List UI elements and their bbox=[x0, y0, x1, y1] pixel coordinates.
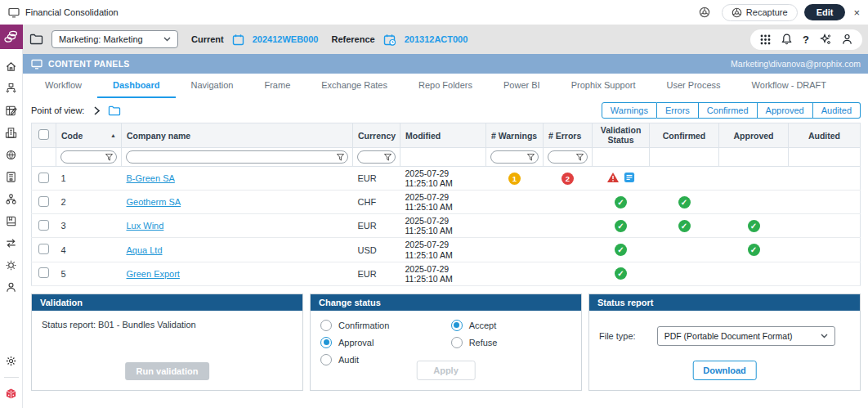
current-label: Current bbox=[191, 34, 224, 44]
tab-navigation[interactable]: Navigation bbox=[176, 74, 249, 98]
tab-power-bi[interactable]: Power BI bbox=[488, 74, 556, 98]
col-errors[interactable]: # Errors bbox=[544, 123, 593, 148]
currency-filter-input[interactable] bbox=[357, 150, 396, 164]
download-button[interactable]: Download bbox=[692, 361, 757, 380]
aperture-icon[interactable] bbox=[699, 7, 710, 18]
sync-icon[interactable] bbox=[5, 232, 17, 254]
exchange-rates-icon[interactable] bbox=[5, 144, 17, 166]
tab-prophix-support[interactable]: Prophix Support bbox=[556, 74, 651, 98]
current-period-link[interactable]: 202412WEB000 bbox=[253, 34, 319, 44]
company-link[interactable]: Lux Wind bbox=[127, 221, 164, 231]
tab-dashboard[interactable]: Dashboard bbox=[97, 74, 175, 98]
file-type-select[interactable]: PDF (Portable Document Format) bbox=[657, 326, 835, 346]
confirmed-check-icon: ✓ bbox=[678, 196, 691, 208]
filter-warnings-button[interactable]: Warnings bbox=[602, 102, 657, 119]
prophix-logo-icon[interactable] bbox=[0, 25, 23, 49]
select-all-checkbox[interactable] bbox=[38, 129, 49, 140]
code-filter-input[interactable] bbox=[60, 150, 117, 164]
warning-count-badge: 1 bbox=[508, 173, 521, 185]
company-link[interactable]: Geotherm SA bbox=[127, 197, 181, 207]
col-currency[interactable]: Currency bbox=[353, 123, 400, 148]
row-checkbox[interactable] bbox=[38, 244, 49, 254]
user-admin-icon[interactable] bbox=[5, 276, 17, 298]
code-cell: 5 bbox=[56, 262, 122, 285]
company-link[interactable]: B-Green SA bbox=[127, 173, 175, 183]
warnings-filter-input[interactable] bbox=[490, 150, 539, 164]
col-code[interactable]: Code▲ bbox=[56, 123, 122, 148]
run-validation-button[interactable]: Run validation bbox=[125, 362, 210, 380]
apps-grid-icon[interactable] bbox=[760, 34, 771, 45]
filter-confirmed-button[interactable]: Confirmed bbox=[699, 102, 758, 119]
funnel-icon bbox=[337, 154, 344, 161]
file-type-value: PDF (Portable Document Format) bbox=[664, 331, 793, 341]
col-confirmed[interactable]: Confirmed bbox=[650, 123, 719, 148]
point-of-view-row: Point of view: Warnings Errors Confirmed… bbox=[23, 98, 868, 123]
col-approved[interactable]: Approved bbox=[719, 123, 789, 148]
col-validation-status[interactable]: Validation Status bbox=[593, 123, 650, 148]
folder-icon[interactable] bbox=[29, 34, 43, 45]
journal-icon[interactable] bbox=[5, 100, 17, 122]
expand-chevron-icon[interactable] bbox=[94, 106, 100, 115]
ai-sparkle-icon[interactable] bbox=[820, 34, 831, 45]
org-chart-icon[interactable] bbox=[5, 188, 17, 210]
modified-cell: 2025-07-29 11:25:10 AM bbox=[400, 167, 486, 191]
row-checkbox[interactable] bbox=[38, 173, 49, 183]
forms-icon[interactable] bbox=[5, 166, 17, 188]
workflow-icon[interactable] bbox=[5, 78, 17, 100]
dimension-selector[interactable]: Marketing: Marketing bbox=[51, 30, 178, 48]
validation-ok-icon: ✓ bbox=[615, 220, 627, 232]
reference-period-link[interactable]: 201312ACT000 bbox=[405, 34, 468, 44]
errors-filter-input[interactable] bbox=[548, 150, 588, 164]
tab-workflow[interactable]: Workflow bbox=[29, 74, 97, 98]
radio-selected-icon bbox=[320, 337, 332, 348]
tab-frame[interactable]: Frame bbox=[248, 74, 306, 98]
edit-button[interactable]: Edit bbox=[804, 4, 846, 20]
close-icon[interactable]: × bbox=[853, 7, 860, 19]
recapture-button[interactable]: Recapture bbox=[722, 4, 798, 21]
tab-workflow-draft[interactable]: Workflow - DRAFT bbox=[736, 74, 842, 98]
calendar-clock-icon bbox=[383, 34, 396, 46]
help-icon[interactable]: ? bbox=[803, 34, 809, 46]
funnel-icon bbox=[384, 154, 391, 161]
red-cube-icon[interactable] bbox=[5, 383, 17, 405]
tab-repo-folders[interactable]: Repo Folders bbox=[403, 74, 488, 98]
radio-refuse[interactable]: Refuse bbox=[451, 337, 498, 348]
filter-audited-button[interactable]: Audited bbox=[813, 102, 861, 119]
tab-user-process[interactable]: User Process bbox=[651, 74, 736, 98]
col-warnings[interactable]: # Warnings bbox=[486, 123, 544, 148]
validation-ok-icon: ✓ bbox=[615, 244, 627, 256]
company-icon[interactable] bbox=[5, 122, 17, 144]
validation-report-icon[interactable] bbox=[624, 172, 635, 183]
col-modified[interactable]: Modified bbox=[400, 123, 486, 148]
radio-accept[interactable]: Accept bbox=[451, 320, 498, 331]
radio-confirmation[interactable]: Confirmation bbox=[320, 320, 451, 331]
company-filter-input[interactable] bbox=[126, 150, 348, 164]
pov-folder-icon[interactable] bbox=[108, 105, 121, 116]
filter-errors-button[interactable]: Errors bbox=[657, 102, 699, 119]
filter-approved-button[interactable]: Approved bbox=[758, 102, 813, 119]
company-link[interactable]: Green Export bbox=[127, 269, 180, 279]
companies-table: Code▲ Company name Currency Modified # W… bbox=[31, 123, 861, 286]
company-link[interactable]: Aqua Ltd bbox=[127, 245, 163, 255]
change-status-panel-title: Change status bbox=[311, 294, 581, 311]
radio-approval[interactable]: Approval bbox=[320, 337, 451, 348]
chevron-down-icon bbox=[163, 37, 171, 42]
code-cell: 4 bbox=[56, 238, 122, 262]
row-checkbox[interactable] bbox=[38, 196, 49, 207]
row-checkbox[interactable] bbox=[38, 267, 49, 278]
home-icon[interactable] bbox=[5, 56, 17, 78]
table-row: 5 Green Export EUR 2025-07-29 11:25:10 A… bbox=[32, 262, 861, 285]
row-checkbox[interactable] bbox=[38, 220, 49, 231]
ledger-icon[interactable] bbox=[5, 210, 17, 232]
tab-exchange-rates[interactable]: Exchange Rates bbox=[306, 74, 403, 98]
table-row: 1 B-Green SA EUR 2025-07-29 11:25:10 AM … bbox=[32, 167, 861, 191]
process-icon[interactable] bbox=[5, 254, 17, 276]
monitor-icon bbox=[31, 59, 43, 69]
apply-button[interactable]: Apply bbox=[416, 361, 476, 380]
settings-icon[interactable] bbox=[5, 350, 17, 372]
user-profile-icon[interactable] bbox=[842, 34, 852, 45]
notifications-bell-icon[interactable] bbox=[781, 34, 792, 45]
left-sidebar bbox=[0, 25, 23, 408]
col-audited[interactable]: Audited bbox=[789, 123, 861, 148]
col-company-name[interactable]: Company name bbox=[122, 123, 353, 148]
